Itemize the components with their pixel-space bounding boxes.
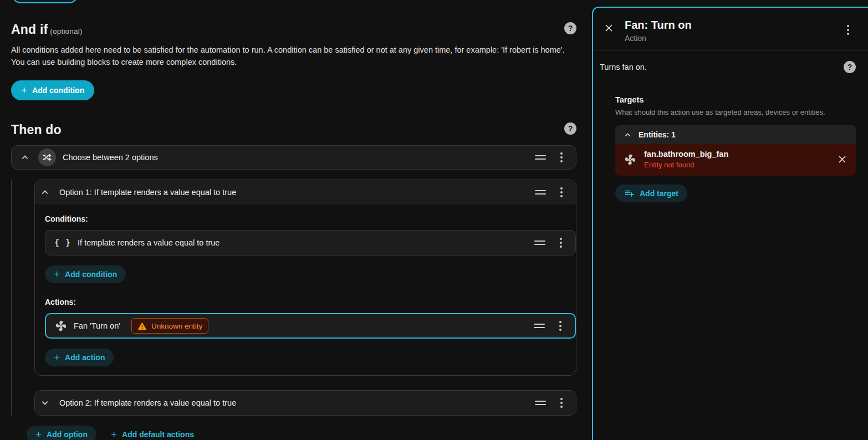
kebab-menu-icon[interactable] [557,396,566,410]
kebab-menu-icon[interactable] [557,151,566,164]
entity-texts: fan.bathroom_big_fan Entity not found [644,150,828,169]
add-default-actions-button[interactable]: + Add default actions [105,426,200,440]
entities-header[interactable]: Entities: 1 [615,125,856,144]
action-description: Turns fan on. [600,63,647,71]
warning-icon [137,321,147,331]
actions-label: Actions: [45,298,576,306]
add-condition-label: Add condition [32,86,84,95]
chevron-down-icon[interactable] [38,396,52,410]
conditions-label: Conditions: [45,214,576,223]
action-detail-panel: Fan: Turn on Action Turns fan on. ? Targ… [592,7,868,440]
fan-icon [55,320,67,332]
template-condition-label: If template renders a value equal to tru… [78,238,219,247]
add-target-label: Add target [640,189,678,198]
plus-icon: + [54,269,60,279]
panel-body: Turns fan on. ? Targets What should this… [593,51,868,202]
drag-handle[interactable] [535,401,546,405]
fan-action-row[interactable]: Fan 'Turn on' Unknown entity [45,313,576,339]
drag-handle[interactable] [534,324,545,328]
kebab-menu-icon[interactable] [556,319,565,332]
targets-title: Targets [615,95,856,104]
playlist-plus-icon [624,188,635,198]
choose-block-title: Choose between 2 options [63,153,158,162]
add-default-actions-label: Add default actions [122,430,194,439]
chevron-up-icon[interactable] [18,151,32,164]
add-action-button[interactable]: + Add action [45,349,114,366]
entity-error: Entity not found [644,161,828,169]
entities-card: Entities: 1 fan.bathroom_big_fan Entity … [615,125,856,176]
drag-handle[interactable] [535,155,546,160]
add-condition-button[interactable]: + Add condition [11,80,94,100]
unknown-entity-label: Unknown entity [151,322,202,330]
panel-title: Fan: Turn on [625,19,835,32]
option-2-card: Option 2: If template renders a value eq… [34,390,576,416]
chevron-up-icon[interactable] [38,186,52,199]
then-do-section-header: Then do ? [11,122,576,137]
and-if-title: And if [11,22,48,37]
option-2-title: Option 2: If template renders a value eq… [59,398,236,407]
entities-count-label: Entities: 1 [639,130,676,139]
then-do-heading: Then do [11,122,62,137]
option-2-header[interactable]: Option 2: If template renders a value eq… [35,391,576,415]
entity-id: fan.bathroom_big_fan [644,150,828,158]
plus-icon: + [21,85,27,95]
template-braces-icon: { } [54,238,71,248]
option-1-body: Conditions: { } If template renders a va… [35,204,576,375]
add-target-button[interactable]: Add target [615,185,687,202]
template-condition-row[interactable]: { } If template renders a value equal to… [45,230,576,255]
close-icon[interactable] [602,21,616,35]
unknown-entity-badge: Unknown entity [131,318,208,334]
choose-footer: + Add option + Add default actions [27,426,576,440]
option-1-card: Option 1: If template renders a value eq… [34,180,576,376]
targets-section: Targets What should this action use as t… [600,95,856,202]
action-description-row: Turns fan on. ? [600,61,856,73]
plus-icon: + [111,429,117,439]
option-1-title: Option 1: If template renders a value eq… [59,188,236,197]
choose-options-container: Option 1: If template renders a value eq… [11,180,576,416]
kebab-menu-icon[interactable] [557,186,566,199]
add-option-button[interactable]: + Add option [27,426,96,440]
drag-handle[interactable] [534,241,545,245]
help-icon[interactable]: ? [564,122,576,135]
add-condition-label: Add condition [65,270,117,279]
drag-handle[interactable] [535,190,546,195]
optional-label: (optional) [50,27,82,35]
panel-subtitle: Action [625,34,835,43]
panel-title-block: Fan: Turn on Action [625,19,835,43]
plus-icon: + [54,352,60,362]
remove-entity-icon[interactable] [835,152,849,166]
entity-row[interactable]: fan.bathroom_big_fan Entity not found [615,144,856,176]
add-action-label: Add action [65,353,105,362]
kebab-menu-icon[interactable] [844,23,852,37]
add-option-label: Add option [47,430,88,439]
shuffle-icon [38,149,56,166]
kebab-menu-icon[interactable] [556,236,565,249]
help-icon[interactable]: ? [564,22,576,34]
and-if-section-header: And if(optional) ? [11,22,576,37]
partial-top-button[interactable] [11,0,79,3]
fan-action-label: Fan 'Turn on' [74,321,120,330]
choose-block-row[interactable]: Choose between 2 options [11,145,576,170]
add-condition-secondary-button[interactable]: + Add condition [45,265,126,283]
help-icon[interactable]: ? [844,61,856,73]
option-1-header[interactable]: Option 1: If template renders a value eq… [35,180,576,204]
and-if-heading: And if(optional) [11,22,83,37]
fan-icon [624,154,636,166]
panel-header: Fan: Turn on Action [593,8,868,51]
and-if-description: All conditions added here need to be sat… [11,44,576,68]
automation-editor-column: And if(optional) ? All conditions added … [0,0,592,440]
plus-icon: + [35,429,42,439]
targets-description: What should this action use as targeted … [615,108,856,116]
chevron-up-icon[interactable] [621,128,634,141]
